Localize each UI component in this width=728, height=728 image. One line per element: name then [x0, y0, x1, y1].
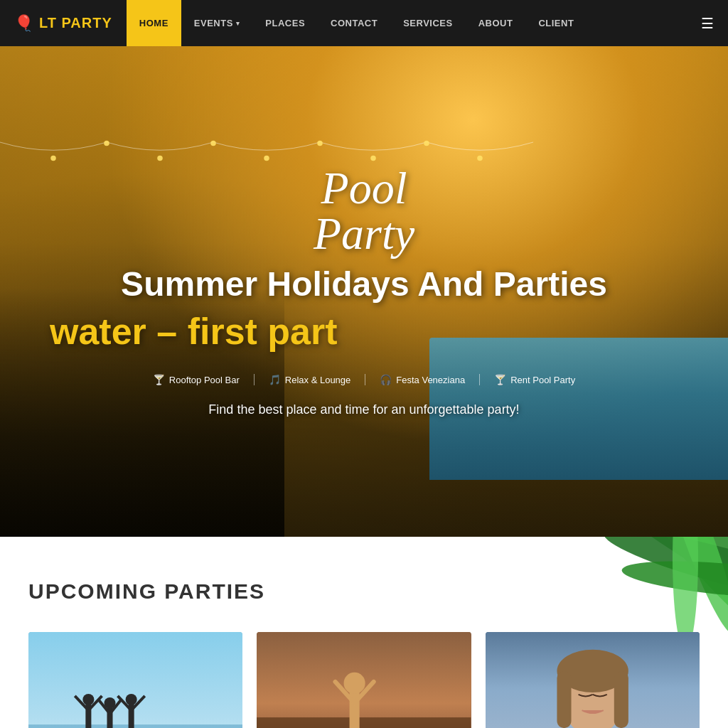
- upcoming-parties-title: UPCOMING PARTIES: [28, 579, 700, 604]
- nav-item-events[interactable]: EVENTS ▾: [181, 0, 253, 46]
- venue-festa-veneziana[interactable]: 🎧 Festa Veneziana: [365, 374, 480, 385]
- hero-tagline: Find the best place and time for an unfo…: [208, 402, 519, 417]
- hero-main-title: Summer Holidays And Parties: [121, 264, 607, 305]
- party-cards-grid: [28, 632, 700, 728]
- svg-rect-31: [257, 717, 471, 728]
- svg-point-23: [126, 694, 137, 705]
- events-chevron-icon: ▾: [236, 20, 240, 27]
- music-icon: 🎵: [269, 374, 281, 385]
- nav-item-home[interactable]: HOME: [127, 0, 181, 46]
- nav-item-places[interactable]: PLACES: [252, 0, 318, 46]
- nav-item-client[interactable]: CLIENT: [525, 0, 587, 46]
- navbar: 🎈 LT PARTY HOME EVENTS ▾ PLACES CONTACT …: [0, 0, 728, 46]
- hero-section: Pool Party Summer Holidays And Parties w…: [0, 46, 728, 537]
- hero-content: Pool Party Summer Holidays And Parties w…: [0, 46, 728, 537]
- party-card-1[interactable]: [28, 632, 242, 728]
- venue-rent-pool-party[interactable]: 🍸 Rent Pool Party: [480, 374, 589, 385]
- svg-rect-32: [350, 689, 360, 728]
- svg-rect-16: [28, 724, 242, 728]
- svg-rect-15: [28, 632, 242, 728]
- headphone-icon: 🎧: [380, 374, 392, 385]
- upcoming-parties-section: UPCOMING PARTIES: [0, 537, 728, 728]
- nav-item-contact[interactable]: CONTACT: [318, 0, 390, 46]
- logo-icon: 🎈: [14, 14, 33, 33]
- svg-rect-39: [557, 671, 571, 728]
- party-card-2[interactable]: [257, 632, 471, 728]
- cocktail-icon: 🍸: [153, 374, 165, 385]
- cocktail2-icon: 🍸: [494, 374, 506, 385]
- nav-links: HOME EVENTS ▾ PLACES CONTACT SERVICES AB…: [127, 0, 687, 46]
- hero-subtitle: water – first part: [28, 310, 338, 353]
- venue-relax-lounge[interactable]: 🎵 Relax & Lounge: [255, 374, 366, 385]
- hero-pool-party-title: Pool Party: [314, 166, 414, 257]
- nav-item-services[interactable]: SERVICES: [390, 0, 466, 46]
- logo-text: LT PARTY: [39, 15, 112, 31]
- svg-point-33: [344, 673, 365, 694]
- svg-rect-40: [614, 671, 628, 728]
- nav-item-about[interactable]: ABOUT: [466, 0, 526, 46]
- hamburger-menu-icon[interactable]: ☰: [687, 15, 728, 32]
- svg-point-19: [82, 694, 94, 705]
- hero-venues-bar: 🍸 Rooftop Pool Bar 🎵 Relax & Lounge 🎧 Fe…: [139, 374, 589, 385]
- venue-rooftop-pool-bar[interactable]: 🍸 Rooftop Pool Bar: [139, 374, 255, 385]
- party-card-3[interactable]: [486, 632, 700, 728]
- logo[interactable]: 🎈 LT PARTY: [0, 14, 127, 33]
